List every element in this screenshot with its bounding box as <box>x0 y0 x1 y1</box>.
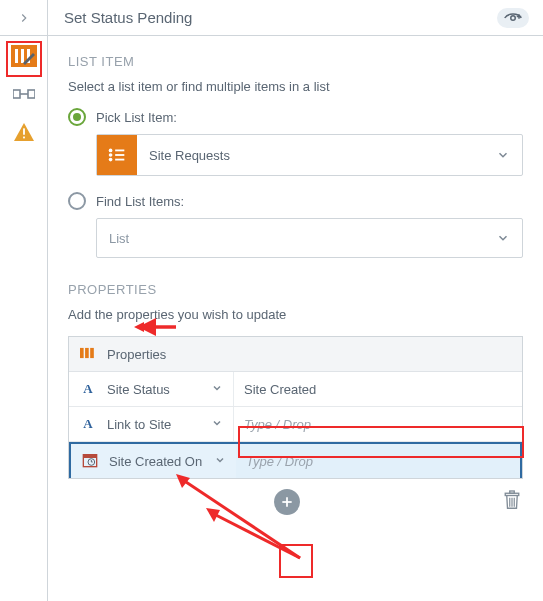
plus-icon <box>280 495 294 509</box>
svg-point-16 <box>109 158 113 162</box>
text-field-icon: A <box>77 416 99 432</box>
section-desc-listitem: Select a list item or find multiple item… <box>68 79 523 94</box>
svg-rect-18 <box>80 347 84 357</box>
content-area: Set Status Pending LIST ITEM Select a li… <box>48 0 543 601</box>
chevron-down-icon <box>484 148 522 162</box>
property-name-select[interactable]: Site Created On <box>71 444 236 478</box>
warning-icon <box>13 122 35 142</box>
list-item-value: Site Requests <box>137 148 484 163</box>
panel-header: Set Status Pending <box>48 0 543 36</box>
property-name: Site Created On <box>109 454 204 469</box>
property-row: A Site Status Site Created <box>69 372 522 407</box>
properties-table: Properties A Site Status Site Created A <box>68 336 523 479</box>
list-select[interactable]: List <box>96 218 523 258</box>
svg-rect-20 <box>90 347 94 357</box>
svg-rect-15 <box>115 154 124 156</box>
add-property-button[interactable] <box>274 489 300 515</box>
radio-find-row[interactable]: Find List Items: <box>68 192 523 210</box>
section-heading-properties: PROPERTIES <box>68 282 157 297</box>
chevron-down-icon <box>201 417 233 432</box>
panel-title: Set Status Pending <box>64 9 192 26</box>
rail-item-actions[interactable] <box>2 76 46 112</box>
property-name: Site Status <box>107 382 201 397</box>
left-rail <box>0 0 48 601</box>
form-pane: LIST ITEM Select a list item or find mul… <box>48 36 543 515</box>
svg-point-9 <box>511 15 516 20</box>
trash-icon <box>503 490 521 510</box>
svg-rect-5 <box>28 90 35 98</box>
properties-header-label: Properties <box>107 347 166 362</box>
property-value: Site Created <box>244 382 512 397</box>
watch-toggle[interactable] <box>497 8 529 28</box>
property-actions <box>68 479 523 515</box>
property-placeholder: Type / Drop <box>244 417 512 432</box>
svg-rect-8 <box>23 137 25 139</box>
svg-rect-7 <box>23 128 25 134</box>
delete-property-button[interactable] <box>503 490 521 514</box>
property-row: Site Created On Type / Drop <box>69 442 522 478</box>
svg-rect-27 <box>510 491 515 493</box>
chevron-right-icon <box>17 11 31 25</box>
eye-plus-icon <box>504 12 522 24</box>
section-heading-listitem: LIST ITEM <box>68 54 523 69</box>
text-field-icon: A <box>77 381 99 397</box>
list-icon <box>97 135 137 175</box>
radio-find-label: Find List Items: <box>96 194 184 209</box>
list-item-chooser[interactable]: Site Requests <box>96 134 523 176</box>
property-row: A Link to Site Type / Drop <box>69 407 522 442</box>
date-field-icon <box>79 452 101 471</box>
rail-item-warning[interactable] <box>2 114 46 150</box>
properties-table-header: Properties <box>69 337 522 372</box>
property-name-select[interactable]: A Site Status <box>69 372 234 406</box>
chevron-down-icon <box>204 454 236 469</box>
property-name-select[interactable]: A Link to Site <box>69 407 234 441</box>
radio-pick-label: Pick List Item: <box>96 110 177 125</box>
rail-item-orange[interactable] <box>2 38 46 74</box>
svg-rect-17 <box>115 159 124 161</box>
list-edit-icon <box>11 45 37 67</box>
svg-point-12 <box>109 149 113 153</box>
collapse-toggle[interactable] <box>0 0 47 36</box>
svg-rect-1 <box>15 49 18 63</box>
svg-rect-4 <box>13 90 20 98</box>
chevron-down-icon <box>201 382 233 397</box>
svg-rect-19 <box>85 347 89 357</box>
svg-rect-2 <box>21 49 24 63</box>
radio-find[interactable] <box>68 192 86 210</box>
list-select-placeholder: List <box>109 231 484 246</box>
radio-pick-row[interactable]: Pick List Item: <box>68 108 523 126</box>
svg-rect-13 <box>115 150 124 152</box>
property-value-input[interactable]: Type / Drop <box>236 444 520 478</box>
section-desc-properties: Add the properties you wish to update <box>68 307 523 322</box>
property-placeholder: Type / Drop <box>246 454 510 469</box>
property-value-input[interactable]: Site Created <box>234 372 522 406</box>
radio-pick[interactable] <box>68 108 86 126</box>
property-name: Link to Site <box>107 417 201 432</box>
svg-point-14 <box>109 153 113 157</box>
svg-rect-22 <box>83 454 96 457</box>
property-value-input[interactable]: Type / Drop <box>234 407 522 441</box>
chevron-down-icon <box>484 231 522 245</box>
properties-header-icon <box>77 346 99 363</box>
columns-icon <box>13 85 35 103</box>
